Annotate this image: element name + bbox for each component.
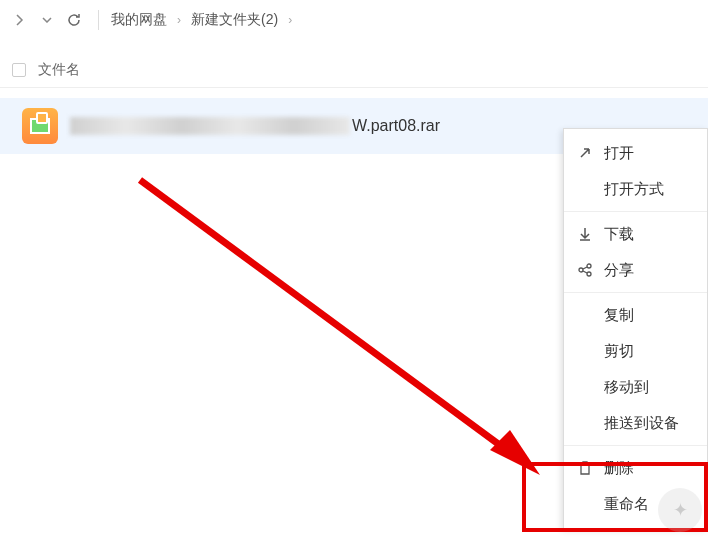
svg-line-3: [140, 180, 520, 460]
blurred-text: [70, 117, 350, 135]
column-header-row: 文件名: [0, 52, 708, 88]
nav-forward-icon[interactable]: [8, 8, 32, 32]
menu-label: 复制: [604, 306, 634, 325]
menu-label: 打开方式: [604, 180, 664, 199]
menu-label: 下载: [604, 225, 634, 244]
chevron-right-icon: ›: [288, 13, 292, 27]
trash-icon: [576, 459, 594, 477]
nav-dropdown-icon[interactable]: [40, 8, 54, 32]
menu-separator: [564, 292, 707, 293]
open-icon: [576, 144, 594, 162]
refresh-icon[interactable]: [62, 8, 86, 32]
breadcrumb-item[interactable]: 新建文件夹(2): [191, 11, 278, 29]
select-all-checkbox[interactable]: [12, 63, 26, 77]
menu-label: 重命名: [604, 495, 649, 514]
breadcrumb: 我的网盘 › 新建文件夹(2) ›: [111, 11, 292, 29]
file-name-suffix: W.part08.rar: [352, 117, 440, 135]
svg-point-2: [587, 272, 591, 276]
menu-copy[interactable]: 复制: [564, 297, 707, 333]
chevron-right-icon: ›: [177, 13, 181, 27]
menu-cut[interactable]: 剪切: [564, 333, 707, 369]
download-icon: [576, 225, 594, 243]
menu-label: 打开: [604, 144, 634, 163]
menu-open[interactable]: 打开: [564, 135, 707, 171]
breadcrumb-item[interactable]: 我的网盘: [111, 11, 167, 29]
toolbar-separator: [98, 10, 99, 30]
file-name: W.part08.rar: [70, 117, 440, 135]
annotation-arrow: [130, 170, 560, 490]
share-icon: [576, 261, 594, 279]
menu-label: 剪切: [604, 342, 634, 361]
svg-marker-4: [490, 430, 540, 475]
column-header-filename[interactable]: 文件名: [38, 61, 80, 79]
toolbar: 我的网盘 › 新建文件夹(2) ›: [0, 0, 708, 40]
menu-label: 分享: [604, 261, 634, 280]
menu-download[interactable]: 下载: [564, 216, 707, 252]
menu-move-to[interactable]: 移动到: [564, 369, 707, 405]
menu-label: 删除: [604, 459, 634, 478]
menu-separator: [564, 445, 707, 446]
menu-label: 推送到设备: [604, 414, 679, 433]
menu-push-to-device[interactable]: 推送到设备: [564, 405, 707, 441]
menu-separator: [564, 211, 707, 212]
menu-open-with[interactable]: 打开方式: [564, 171, 707, 207]
context-menu: 打开 打开方式 下载 分享 复制 剪切 移动到 推送到设备 删除: [563, 128, 708, 529]
menu-delete[interactable]: 删除: [564, 450, 707, 486]
watermark-icon: ✦: [658, 488, 702, 532]
svg-point-1: [587, 264, 591, 268]
archive-icon: [22, 108, 58, 144]
svg-point-0: [579, 268, 583, 272]
menu-label: 移动到: [604, 378, 649, 397]
menu-share[interactable]: 分享: [564, 252, 707, 288]
